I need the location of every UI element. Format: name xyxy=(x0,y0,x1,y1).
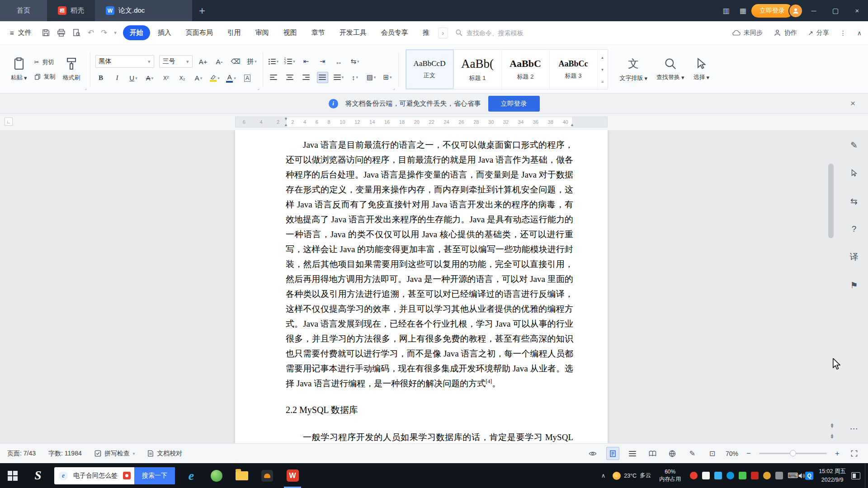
zoom-in-button[interactable]: + xyxy=(834,449,841,458)
previous-page-button[interactable]: ⇞ xyxy=(830,422,835,429)
tray-icon-7[interactable] xyxy=(763,472,771,479)
volume-icon[interactable] xyxy=(798,472,805,479)
save-button[interactable] xyxy=(42,28,50,37)
clipboard-dialog-launcher[interactable]: ⌟ xyxy=(85,86,86,90)
shading-button[interactable]: ▨▾ xyxy=(366,72,377,83)
tray-expand-button[interactable]: ∧ xyxy=(598,472,609,479)
show-desktop-button[interactable] xyxy=(865,463,868,488)
tab-home[interactable]: 首页 xyxy=(0,0,47,21)
taskbar-search-text[interactable]: 电子合同怎么签 xyxy=(68,472,123,480)
more-tools-button[interactable]: ⋯ xyxy=(846,421,862,436)
style-heading1[interactable]: AaBb( 标题 1 xyxy=(454,50,502,89)
style-normal[interactable]: AaBbCcD 正文 xyxy=(406,50,454,89)
numbered-list-button[interactable]: ▾ xyxy=(284,56,296,67)
command-search-input[interactable] xyxy=(467,29,550,37)
tray-icon-1[interactable] xyxy=(690,472,698,479)
taskbar-clock[interactable]: 15:02 周五 2022/9/9 xyxy=(819,467,846,483)
avatar[interactable] xyxy=(788,4,803,18)
clear-format-button[interactable]: ⌫ xyxy=(230,56,241,67)
first-line-indent-marker[interactable]: ▼ xyxy=(284,117,288,121)
taskbar-file-explorer[interactable] xyxy=(229,463,255,488)
tray-icon-2[interactable] xyxy=(702,472,710,479)
next-page-button[interactable]: ⇟ xyxy=(830,433,835,440)
ribbon-tab-review[interactable]: 审阅 xyxy=(249,25,276,40)
tray-icon-3[interactable] xyxy=(714,472,722,479)
paragraph-dialog-launcher[interactable]: ⌟ xyxy=(393,86,395,90)
quick-access-dropdown-icon[interactable]: ▾ xyxy=(114,30,117,36)
split-window-icon[interactable]: ▥ xyxy=(718,0,735,21)
taskbar-app-dark[interactable] xyxy=(255,463,280,488)
weather-widget[interactable]: 23°C 多云 xyxy=(613,472,651,480)
font-dialog-launcher[interactable]: ⌟ xyxy=(257,86,259,90)
style-gallery-down-button[interactable]: ▾ xyxy=(598,63,608,75)
copy-button[interactable]: 复制 xyxy=(34,73,56,81)
read-view-button[interactable] xyxy=(646,447,659,460)
align-center-button[interactable] xyxy=(284,72,296,83)
adjust-tool-icon[interactable]: ⇆ xyxy=(846,193,862,209)
print-button[interactable] xyxy=(57,28,66,37)
ribbon-tab-home[interactable]: 开始 xyxy=(123,25,150,40)
taskbar-app-wps[interactable]: W xyxy=(280,463,305,488)
highlight-button[interactable]: ▾ xyxy=(209,72,221,84)
banner-login-button[interactable]: 立即登录 xyxy=(488,96,540,112)
font-color-button[interactable]: A ▾ xyxy=(226,72,237,84)
ribbon-tabs-overflow-button[interactable]: › xyxy=(438,28,448,38)
taskbar-search-button[interactable]: 搜索一下 xyxy=(134,467,175,484)
select-tool-icon[interactable] xyxy=(846,165,862,181)
tray-icon-q[interactable]: Q xyxy=(805,472,813,480)
find-replace-button[interactable]: 查找替换▾ xyxy=(652,56,689,83)
decrease-font-size-button[interactable]: A- xyxy=(214,56,225,67)
borders-button[interactable]: ⊞▾ xyxy=(382,72,393,83)
translate-icon[interactable]: 译 xyxy=(846,249,862,265)
annotate-pen-icon[interactable]: ✎ xyxy=(846,137,862,153)
bookmark-icon[interactable]: ⚑ xyxy=(846,277,862,293)
collaborate-button[interactable]: 协作 xyxy=(774,29,797,37)
justify-button[interactable] xyxy=(317,72,328,83)
new-tab-button[interactable]: + xyxy=(192,0,212,21)
format-painter-button[interactable]: 格式刷 xyxy=(58,55,85,84)
tray-icon-6[interactable] xyxy=(751,472,759,479)
character-scale-button[interactable]: ↔ xyxy=(333,56,344,67)
ribbon-tab-page-layout[interactable]: 页面布局 xyxy=(179,25,220,40)
right-indent-marker[interactable]: ▲ xyxy=(570,123,574,127)
italic-button[interactable]: I xyxy=(112,72,123,84)
collapse-ribbon-button[interactable]: ∧ xyxy=(857,29,862,37)
paragraph-mysql[interactable]: 一般学习程序开发的人员如果学习数据库的话，肯定是要学习 MySQL 数据库，My… xyxy=(286,430,573,443)
style-gallery-more-button[interactable]: ≡ xyxy=(598,75,608,88)
proofread-button[interactable]: 文档校对 xyxy=(147,450,182,458)
font-size-select[interactable]: 三号▾ xyxy=(159,55,193,68)
ribbon-tab-section[interactable]: 章节 xyxy=(305,25,332,40)
ribbon-tab-dev-tools[interactable]: 开发工具 xyxy=(333,25,373,40)
tab-docer[interactable]: 稻 稻壳 xyxy=(47,0,95,21)
style-heading3[interactable]: AaBbCc 标题 3 xyxy=(550,50,598,89)
undo-button[interactable]: ↶ xyxy=(88,28,94,38)
ribbon-tab-recommend[interactable]: 推 xyxy=(416,25,436,40)
word-count[interactable]: 字数: 11984 xyxy=(48,450,82,458)
increase-font-size-button[interactable]: A+ xyxy=(198,56,209,67)
section-heading-mysql[interactable]: 2.2 MySQL 数据库 xyxy=(286,403,573,418)
login-button[interactable]: 立即登录 xyxy=(751,4,793,18)
character-border-button[interactable]: A xyxy=(242,72,253,84)
tray-icon-8[interactable] xyxy=(775,472,783,479)
superscript-button[interactable]: X² xyxy=(160,72,172,84)
command-search[interactable] xyxy=(455,29,550,37)
text-direction-button[interactable]: ⇆▾ xyxy=(349,56,361,67)
spellcheck-button[interactable]: 拼写检查 ▾ xyxy=(94,450,135,458)
distribute-button[interactable]: ▾ xyxy=(333,72,344,83)
bold-button[interactable]: B xyxy=(95,72,107,84)
typography-button[interactable]: 文 文字排版▾ xyxy=(615,55,652,84)
redo-button[interactable]: ↷ xyxy=(101,28,107,38)
sync-status[interactable]: 未同步 xyxy=(732,29,763,37)
horizontal-ruler[interactable]: 642 246810121416182022242628303234363840… xyxy=(235,117,608,127)
keyboard-icon[interactable]: ⌨ xyxy=(788,471,798,480)
taskbar-app-ie[interactable]: e xyxy=(179,463,204,488)
font-name-select[interactable]: 黑体▾ xyxy=(95,55,154,68)
tray-icon-4[interactable] xyxy=(726,472,734,479)
decrease-indent-button[interactable]: ⇤ xyxy=(301,56,312,67)
ink-pen-button[interactable]: ✎ xyxy=(686,447,699,460)
zoom-out-button[interactable]: − xyxy=(745,449,752,458)
tab-stop-selector[interactable]: ∟ xyxy=(5,117,13,126)
tray-icon-5[interactable] xyxy=(739,472,746,479)
taskbar-search-box[interactable]: e 电子合同怎么签 搜索一下 xyxy=(54,467,175,484)
zoom-slider[interactable] xyxy=(759,453,827,454)
